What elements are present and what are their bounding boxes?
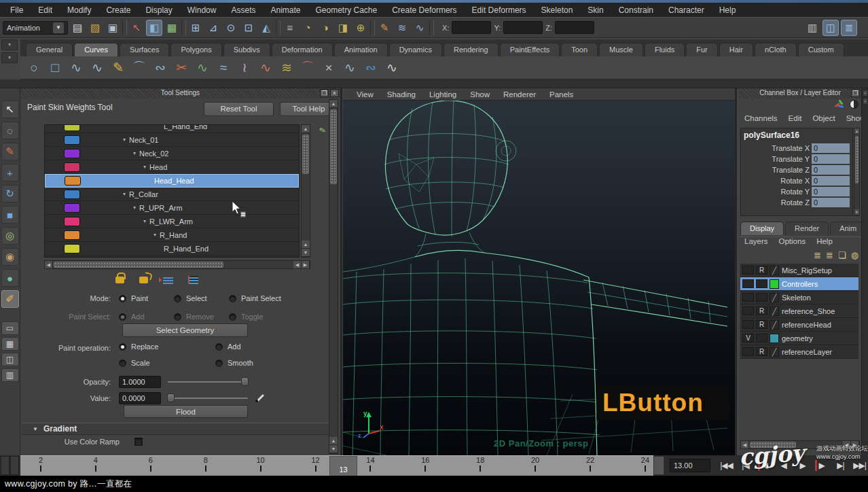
toolbar-separator[interactable] [429, 20, 434, 35]
layer-visibility-toggle[interactable]: V [742, 334, 754, 342]
menu-item[interactable]: Constrain [611, 5, 661, 15]
influence-row[interactable]: ▾ Neck_02 [45, 147, 299, 160]
make-live-icon[interactable]: ◭ [258, 20, 274, 36]
layer-row[interactable]: R referenceHead [740, 318, 858, 332]
shelf-tab[interactable]: Subdivs [223, 43, 270, 56]
toolbar-separator[interactable] [370, 20, 375, 35]
step-back-frame-button[interactable]: |◀ [736, 457, 755, 474]
chevron-down-icon[interactable]: ▾ [123, 137, 126, 143]
mode-radio-option[interactable]: Paint Select [229, 294, 284, 302]
attribute-label[interactable]: Translate X [741, 144, 812, 152]
eyedropper-icon[interactable] [255, 393, 266, 404]
toolbar-separator[interactable] [181, 20, 186, 35]
influence-list-view-icon[interactable] [188, 276, 198, 284]
paint-operation-radio-option[interactable]: Smooth [215, 359, 312, 367]
layer-name[interactable]: reference_Shoe [782, 307, 835, 315]
layer-visibility-toggle[interactable] [742, 279, 754, 288]
layer-name[interactable]: Controllers [782, 280, 818, 288]
influence-list-vscrollbar[interactable]: ▲ ▲ ▼ [301, 124, 310, 258]
viewport-menu-item[interactable]: View [350, 90, 380, 99]
snap-to-plane-icon[interactable]: ⊡ [240, 20, 257, 36]
layer-name[interactable]: referenceLayer [782, 348, 832, 356]
layer-color-swatch[interactable] [770, 334, 779, 343]
attribute-label[interactable]: Translate Y [741, 155, 812, 163]
open-scene-icon[interactable]: ▨ [87, 20, 103, 36]
hypershade-icon[interactable]: ≋ [394, 20, 410, 36]
viewport-canvas[interactable]: y x z 2D Pan/Zoom : persp LButton [343, 101, 735, 455]
layer-visibility-toggle[interactable] [742, 347, 754, 356]
viewport-menu-item[interactable]: Shading [380, 90, 422, 99]
snap-to-grid-icon[interactable]: ⊞ [187, 20, 204, 36]
paint-effects-panel-icon[interactable]: ✎ [376, 20, 393, 36]
gradient-section-header[interactable]: ▼ Gradient [22, 423, 329, 435]
channel-box-menu-item[interactable]: Edit [783, 114, 808, 126]
lock-weights-icon[interactable] [115, 277, 124, 283]
scroll-right-icon[interactable]: ▶ [851, 441, 859, 449]
panel-toggle-icon[interactable]: ▪ [863, 90, 868, 96]
paint-operation-radio-option[interactable]: Scale [119, 359, 215, 367]
fillet-curve-icon[interactable]: ⌒ [298, 58, 317, 77]
channel-box-vscrollbar[interactable]: ▲ ▼ [854, 128, 860, 216]
layer-visibility-toggle[interactable] [742, 266, 754, 275]
viewport-menu-item[interactable]: Panels [543, 90, 580, 99]
shelf-tab[interactable]: Polygons [170, 43, 221, 56]
paint-operation-radio-option[interactable]: Add [215, 342, 312, 351]
opacity-slider[interactable] [168, 381, 248, 383]
layer-editor-hscrollbar[interactable]: ◀ ◀ ▶ [740, 440, 860, 449]
toolbar-separator[interactable] [122, 20, 127, 35]
manipulator-axis-icon[interactable] [835, 100, 844, 109]
layer-color-swatch[interactable] [770, 266, 779, 275]
reset-tool-button[interactable]: Reset Tool [204, 102, 274, 116]
universal-manipulator-icon[interactable]: ◎ [1, 227, 19, 245]
layer-display-type-toggle[interactable]: R [756, 266, 767, 275]
current-frame-indicator[interactable]: 13 [329, 456, 357, 476]
panel-toggle-icon[interactable]: ▪ [863, 98, 868, 105]
step-back-key-button[interactable]: ◀ [755, 457, 774, 474]
toolbar-separator[interactable] [276, 20, 281, 35]
attribute-label[interactable]: Translate Z [741, 166, 812, 174]
chevron-down-icon[interactable]: ▾ [153, 232, 156, 238]
shelf-tab[interactable]: Dynamics [389, 43, 442, 56]
single-pane-layout-icon[interactable]: ▭ [1, 321, 19, 335]
opacity-input[interactable]: 1.0000 [119, 376, 161, 388]
go-to-end-button[interactable]: ▶▶| [850, 457, 868, 474]
layer-row[interactable]: Controllers [740, 277, 858, 291]
object-name[interactable]: polySurface16 [741, 128, 852, 143]
scroll-left-icon[interactable]: ◀ [843, 441, 851, 449]
shelf-tab[interactable]: General [26, 43, 73, 56]
layer-color-swatch[interactable] [770, 279, 779, 289]
menu-item[interactable]: Character [661, 5, 712, 15]
shelf-tab[interactable]: Fluids [645, 43, 685, 56]
radio-icon[interactable] [215, 343, 223, 351]
layer-display-type-toggle[interactable]: R [756, 306, 767, 315]
snap-to-curve-icon[interactable]: ⊿ [205, 20, 221, 36]
influence-row[interactable]: ▾ L_Hand_End [45, 125, 299, 133]
select-by-component-icon[interactable]: ▦ [164, 20, 180, 36]
attribute-label[interactable]: Rotate Y [741, 188, 812, 196]
scale-tool-icon[interactable]: ■ [1, 206, 19, 224]
move-layer-down-icon[interactable]: ≣ [826, 250, 833, 260]
layer-display-type-toggle[interactable] [756, 293, 767, 302]
hypergraph-persp-layout-icon[interactable]: ▥ [1, 368, 19, 382]
select-by-hierarchy-icon[interactable]: ↖ [128, 20, 145, 36]
shelf-tab[interactable]: Fur [686, 43, 718, 56]
layer-color-swatch[interactable] [770, 306, 779, 316]
value-input[interactable]: 0.0000 [119, 392, 161, 404]
show-ui-elements-icon[interactable]: ◫ [822, 20, 839, 36]
window-close-icon[interactable]: × [330, 89, 339, 97]
shelf-tab[interactable]: Custom [798, 43, 844, 56]
influence-row[interactable]: ▾ R_LWR_Arm [45, 215, 299, 228]
layer-name[interactable]: referenceHead [782, 321, 831, 329]
rebuild-curve-icon[interactable]: ≋ [277, 58, 296, 77]
unlock-weights-icon[interactable] [139, 277, 148, 283]
shelf-tab-arrow-icon[interactable]: ▾ [1, 39, 18, 50]
chevron-down-icon[interactable]: ▾ [143, 218, 146, 224]
nurbs-circle-icon[interactable]: ○ [24, 58, 43, 77]
shelf-tab[interactable]: Hair [719, 43, 753, 56]
coord-input[interactable] [452, 21, 491, 34]
influence-list-hscrollbar[interactable]: ◀ ◀ ▶ [44, 260, 310, 269]
new-scene-icon[interactable]: ▤ [69, 20, 86, 36]
edit-influence-pencil-icon[interactable]: ✎ [318, 125, 327, 136]
shelf-tab[interactable]: nCloth [755, 43, 797, 56]
window-restore-icon[interactable]: ❐ [851, 89, 860, 97]
